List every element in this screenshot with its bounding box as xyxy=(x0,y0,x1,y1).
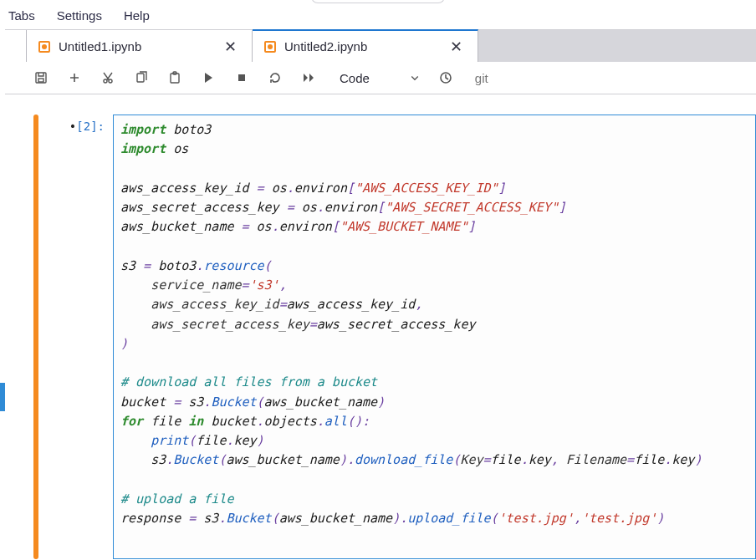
chevron-down-icon xyxy=(410,71,420,85)
menu-help[interactable]: Help xyxy=(124,8,150,23)
run-button[interactable] xyxy=(201,70,216,85)
paste-button[interactable] xyxy=(167,70,182,85)
save-button[interactable] xyxy=(33,70,49,85)
prompt-text: [2]: xyxy=(76,120,105,133)
restart-button[interactable] xyxy=(268,70,283,85)
celltype-select[interactable]: Code xyxy=(340,71,420,85)
svg-rect-1 xyxy=(38,79,43,82)
menu-bar: Tabs Settings Help xyxy=(0,3,756,29)
notebook-toolbar: Code git xyxy=(5,62,756,94)
git-label[interactable]: git xyxy=(475,71,488,85)
notebook-icon xyxy=(264,41,276,53)
svg-rect-0 xyxy=(36,73,46,83)
copy-button[interactable] xyxy=(134,70,149,85)
code-content[interactable]: import boto3 import os aws_access_key_id… xyxy=(120,120,747,528)
cell-prompt: •[2]: xyxy=(67,115,113,559)
run-all-button[interactable] xyxy=(301,70,316,85)
menu-settings[interactable]: Settings xyxy=(57,8,102,23)
add-cell-button[interactable] xyxy=(67,70,82,85)
stop-button[interactable] xyxy=(234,70,249,85)
notebook-workspace: •[2]: import boto3 import os aws_access_… xyxy=(5,94,756,559)
notebook-icon xyxy=(38,41,50,53)
menu-tabs[interactable]: Tabs xyxy=(8,8,35,23)
kernel-status-icon[interactable] xyxy=(438,70,453,85)
window-chrome xyxy=(0,0,756,3)
chrome-dip xyxy=(311,0,445,3)
svg-rect-7 xyxy=(238,74,245,81)
tab-untitled2[interactable]: Untitled2.ipynb ✕ xyxy=(253,29,478,62)
cell-exec-marker xyxy=(33,115,38,559)
left-side-marker xyxy=(0,383,5,411)
code-cell[interactable]: •[2]: import boto3 import os aws_access_… xyxy=(33,115,756,559)
editor-frame: Untitled1.ipynb ✕ Untitled2.ipynb ✕ xyxy=(5,29,756,559)
code-editor[interactable]: import boto3 import os aws_access_key_id… xyxy=(113,115,756,559)
close-icon[interactable]: ✕ xyxy=(221,38,240,56)
tab-title: Untitled2.ipynb xyxy=(284,39,438,53)
tab-strip: Untitled1.ipynb ✕ Untitled2.ipynb ✕ xyxy=(5,30,756,62)
tab-untitled1[interactable]: Untitled1.ipynb ✕ xyxy=(27,30,253,62)
close-icon[interactable]: ✕ xyxy=(447,38,466,56)
svg-rect-4 xyxy=(137,74,144,82)
tab-title: Untitled1.ipynb xyxy=(59,39,212,53)
tab-gutter xyxy=(5,30,27,62)
cut-button[interactable] xyxy=(100,70,115,85)
celltype-label: Code xyxy=(340,71,370,85)
